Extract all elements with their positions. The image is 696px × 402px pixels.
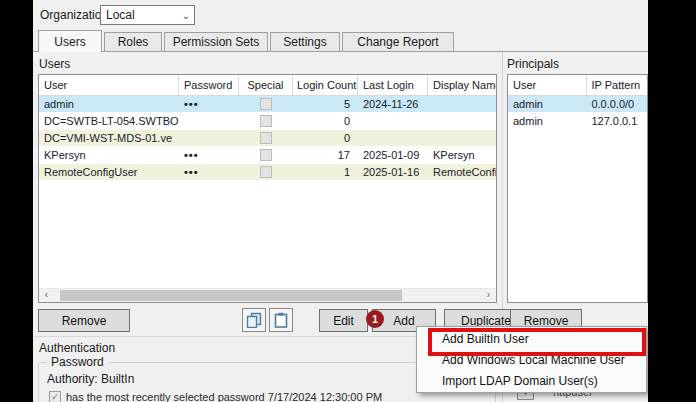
tab-settings[interactable]: Settings — [270, 32, 340, 51]
cell-ip-pattern: 0.0.0.0/0 — [586, 96, 647, 112]
organization-select[interactable]: Local ⌄ — [100, 5, 195, 25]
menu-item-add-windows-local-machine-user[interactable]: Add Windows Local Machine User — [417, 350, 646, 371]
table-row[interactable]: DC=VMI-WST-MDS-01.ve 0 — [39, 130, 496, 147]
tab-strip: Users Roles Permission Sets Settings Cha… — [33, 30, 648, 52]
top-toolbar: Organization: Local ⌄ — [33, 0, 648, 30]
users-table-header: User Password Special Login Count Last L… — [39, 75, 496, 96]
copy-button[interactable] — [242, 308, 266, 332]
add-user-context-menu: Add BuiltIn User Add Windows Local Machi… — [416, 326, 647, 393]
column-header-special[interactable]: Special — [239, 75, 293, 95]
users-group-title: Users — [39, 57, 70, 71]
menu-item-add-builtin-user[interactable]: Add BuiltIn User — [417, 329, 646, 350]
cell-user: admin — [508, 96, 586, 112]
cell-user: admin — [39, 96, 179, 112]
cell-user: KPersyn — [39, 147, 179, 163]
column-header-login-count[interactable]: Login Count — [293, 75, 358, 95]
cell-password — [179, 113, 239, 129]
principals-group-title: Principals — [507, 57, 559, 71]
special-checkbox[interactable] — [260, 115, 272, 127]
table-row[interactable]: RemoteConfigUser ••• 1 2025-01-16 Remote… — [39, 164, 496, 181]
cell-login-count: 5 — [293, 96, 358, 112]
table-row[interactable]: KPersyn ••• 17 2025-01-09 KPersyn — [39, 147, 496, 164]
authentication-section-title: Authentication — [39, 341, 115, 355]
cell-login-count: 0 — [293, 113, 358, 129]
scroll-left-icon[interactable]: ‹ — [39, 289, 54, 302]
cell-special — [239, 147, 293, 163]
cell-login-count: 0 — [293, 130, 358, 146]
copy-icon — [246, 312, 262, 328]
column-header-last-login[interactable]: Last Login — [358, 75, 428, 95]
table-row[interactable]: admin 0.0.0.0/0 — [508, 96, 647, 113]
column-header-user[interactable]: User — [508, 75, 587, 95]
paste-button[interactable] — [269, 308, 293, 332]
scrollbar-thumb[interactable] — [60, 290, 402, 301]
chevron-down-icon: ⌄ — [178, 10, 194, 21]
cell-ip-pattern: 127.0.0.1 — [586, 113, 647, 129]
column-header-display-name[interactable]: Display Name — [428, 75, 496, 95]
table-row[interactable]: DC=SWTB-LT-054.SWTBO 0 — [39, 113, 496, 130]
principals-table: User IP Pattern admin 0.0.0.0/0 admin 12… — [507, 74, 648, 303]
cell-user: admin — [508, 113, 586, 129]
cell-display-name — [428, 113, 496, 129]
paste-icon — [273, 312, 289, 328]
special-checkbox[interactable] — [260, 166, 272, 178]
tab-users[interactable]: Users — [38, 30, 102, 52]
app-window: Organization: Local ⌄ Users Roles Permis… — [33, 0, 648, 402]
cell-password: ••• — [179, 147, 239, 163]
cell-last-login: 2024-11-26 — [358, 96, 428, 112]
table-row[interactable]: admin 127.0.0.1 — [508, 113, 647, 130]
special-checkbox[interactable] — [260, 132, 272, 144]
screenshot-root: { "toolbar": { "organization_label": "Or… — [0, 0, 696, 402]
cell-special — [239, 164, 293, 180]
cell-user: DC=SWTB-LT-054.SWTBO — [39, 113, 179, 129]
scroll-right-icon[interactable]: › — [481, 289, 496, 302]
column-header-ip-pattern[interactable]: IP Pattern — [587, 75, 647, 95]
cell-special — [239, 96, 293, 112]
special-checkbox[interactable] — [260, 149, 272, 161]
password-note-checkbox[interactable]: ✓ — [49, 391, 61, 402]
cell-display-name — [428, 96, 496, 112]
cell-login-count: 17 — [293, 147, 358, 163]
special-checkbox[interactable] — [260, 98, 272, 110]
cell-special — [239, 130, 293, 146]
cell-display-name — [428, 130, 496, 146]
scrollbar-track[interactable] — [54, 289, 481, 302]
cell-special — [239, 113, 293, 129]
cell-password: ••• — [179, 96, 239, 112]
password-note-line: ✓ has the most recently selected passwor… — [49, 391, 382, 402]
cell-password — [179, 130, 239, 146]
cell-last-login: 2025-01-09 — [358, 147, 428, 163]
organization-value: Local — [101, 8, 178, 22]
password-group-title: Password — [47, 355, 108, 369]
remove-user-button[interactable]: Remove — [38, 309, 130, 332]
table-row[interactable]: admin ••• 5 2024-11-26 — [39, 96, 496, 113]
password-note-text: has the most recently selected password … — [66, 391, 382, 402]
principals-table-header: User IP Pattern — [508, 75, 647, 96]
annotation-step-badge: 1 — [366, 310, 384, 328]
column-header-password[interactable]: Password — [179, 75, 239, 95]
tab-roles[interactable]: Roles — [104, 32, 162, 51]
cell-user: RemoteConfigUser — [39, 164, 179, 180]
authority-label: Authority: BuiltIn — [47, 372, 134, 386]
column-header-user[interactable]: User — [39, 75, 179, 95]
tab-permission-sets[interactable]: Permission Sets — [164, 32, 268, 51]
cell-user: DC=VMI-WST-MDS-01.ve — [39, 130, 179, 146]
menu-item-import-ldap-domain-users[interactable]: Import LDAP Domain User(s) — [417, 371, 646, 392]
cell-last-login — [358, 113, 428, 129]
users-table: User Password Special Login Count Last L… — [38, 74, 497, 303]
cell-password: ••• — [179, 164, 239, 180]
tab-change-report[interactable]: Change Report — [342, 32, 454, 51]
cell-last-login: 2025-01-16 — [358, 164, 428, 180]
users-table-hscrollbar[interactable]: ‹ › — [39, 288, 496, 302]
edit-user-button[interactable]: Edit — [319, 309, 368, 332]
cell-display-name: RemoteConfigUser — [428, 164, 496, 180]
cell-login-count: 1 — [293, 164, 358, 180]
cell-display-name: KPersyn — [428, 147, 496, 163]
cell-last-login — [358, 130, 428, 146]
